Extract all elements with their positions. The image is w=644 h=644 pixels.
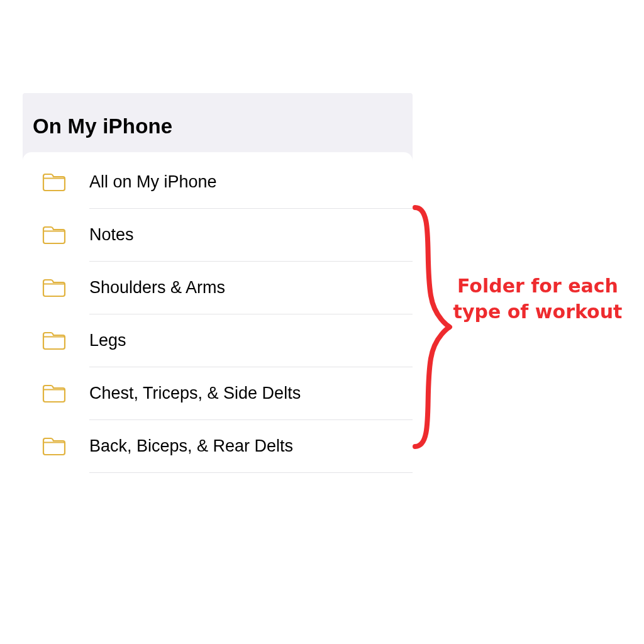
curly-brace-icon bbox=[406, 201, 456, 453]
folder-row-legs[interactable]: Legs bbox=[23, 314, 413, 367]
folder-row-back-biceps-rear-delts[interactable]: Back, Biceps, & Rear Delts bbox=[23, 420, 413, 472]
folder-row-chest-triceps-side-delts[interactable]: Chest, Triceps, & Side Delts bbox=[23, 367, 413, 419]
folder-list: All on My iPhone Notes bbox=[23, 152, 413, 473]
folder-icon bbox=[42, 384, 74, 404]
folder-icon bbox=[42, 331, 74, 351]
folder-label: All on My iPhone bbox=[89, 172, 217, 192]
stage: On My iPhone All on My iPhone bbox=[0, 0, 644, 644]
folder-label: Notes bbox=[89, 225, 134, 245]
section-title: On My iPhone bbox=[23, 93, 413, 152]
row-divider bbox=[89, 472, 413, 473]
annotation-text: Folder for each type of workout bbox=[450, 274, 626, 325]
folder-row-notes[interactable]: Notes bbox=[23, 209, 413, 261]
folder-label: Chest, Triceps, & Side Delts bbox=[89, 384, 301, 403]
folder-label: Back, Biceps, & Rear Delts bbox=[89, 436, 293, 456]
folder-icon bbox=[42, 172, 74, 192]
folder-icon bbox=[42, 225, 74, 245]
folder-icon bbox=[42, 436, 74, 457]
folders-panel: On My iPhone All on My iPhone bbox=[23, 93, 413, 473]
folder-label: Shoulders & Arms bbox=[89, 278, 225, 297]
folder-row-all-on-my-iphone[interactable]: All on My iPhone bbox=[23, 156, 413, 208]
folder-icon bbox=[42, 278, 74, 298]
folder-row-shoulders-arms[interactable]: Shoulders & Arms bbox=[23, 262, 413, 314]
folder-label: Legs bbox=[89, 331, 126, 350]
